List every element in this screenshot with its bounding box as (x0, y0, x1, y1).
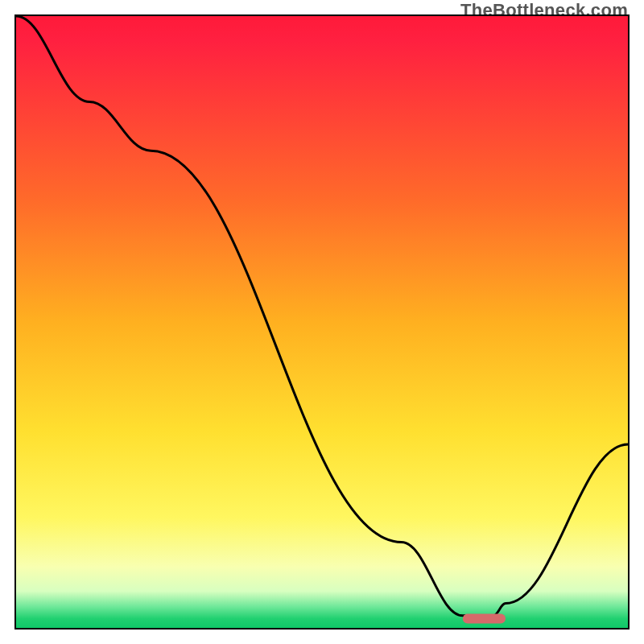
optimal-range-marker (463, 614, 506, 624)
plot-background (16, 16, 628, 628)
chart-frame (14, 14, 630, 630)
bottleneck-chart (14, 14, 630, 630)
